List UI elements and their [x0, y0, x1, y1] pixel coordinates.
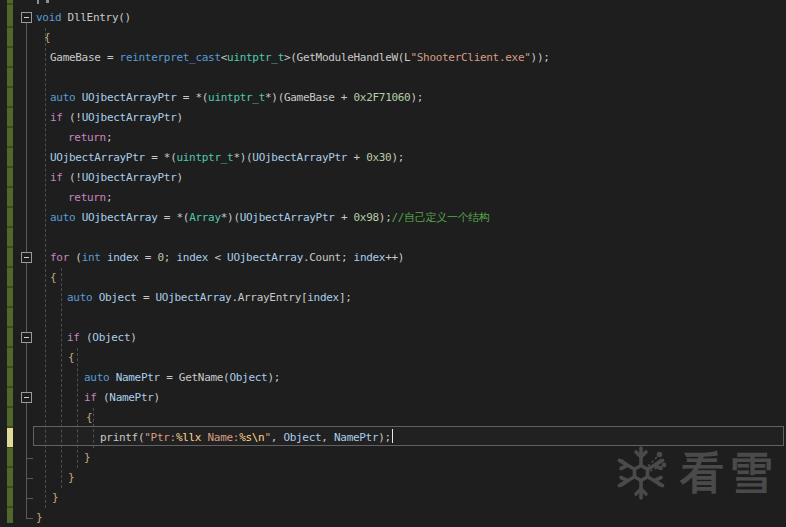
code-token: }	[36, 511, 42, 524]
code-token: void	[36, 11, 61, 24]
code-token: UOjbectArray	[156, 291, 232, 304]
code-token: NamePtr	[334, 431, 378, 444]
code-token: )	[154, 391, 160, 404]
code-token: Array	[189, 211, 221, 224]
code-line[interactable]	[0, 308, 786, 328]
code-line[interactable]: {	[0, 408, 786, 428]
code-line[interactable]: {	[0, 28, 786, 48]
code-line[interactable]: }	[0, 508, 786, 527]
code-token: (!	[63, 171, 82, 184]
code-token: %llx	[176, 431, 201, 444]
code-token: auto	[67, 291, 92, 304]
code-token: reinterpret_cast	[120, 51, 221, 64]
code-token: NamePtr	[116, 371, 160, 384]
code-editor[interactable]: void DllEntry(){GameBase = reinterpret_c…	[0, 0, 786, 527]
code-token: auto	[50, 91, 75, 104]
code-token: if	[84, 391, 97, 404]
code-token: auto	[50, 211, 75, 224]
code-token: UOjbectArrayPtr	[50, 151, 145, 164]
code-token: .Count;	[303, 251, 354, 264]
code-token: if	[67, 331, 80, 344]
code-line[interactable]: UOjbectArrayPtr = *(uintptr_t*)(UOjbectA…	[0, 148, 786, 168]
code-token: (	[80, 331, 93, 344]
code-token: }	[52, 491, 58, 504]
code-area[interactable]: void DllEntry(){GameBase = reinterpret_c…	[0, 8, 786, 527]
code-token: index	[307, 291, 339, 304]
code-token: return	[68, 191, 106, 204]
code-token: );	[379, 211, 392, 224]
code-token: "ShooterClient.exe"	[410, 51, 530, 64]
code-token: Object	[92, 331, 130, 344]
code-line[interactable]: return;	[0, 188, 786, 208]
code-token: for	[50, 251, 69, 264]
code-line[interactable]: auto NamePtr = GetName(Object);	[0, 368, 786, 388]
code-token: UOjbectArrayPtr	[82, 111, 177, 124]
code-line[interactable]: return;	[0, 128, 786, 148]
code-line[interactable]: GameBase = reinterpret_cast<uintptr_t>(G…	[0, 48, 786, 68]
code-token: UOjbectArrayPtr	[252, 151, 347, 164]
code-token: )	[176, 171, 182, 184]
code-token: {	[50, 271, 56, 284]
code-token: return	[68, 131, 106, 144]
code-token: UOjbectArray	[227, 251, 303, 264]
code-token: = *(	[158, 211, 190, 224]
code-token: );	[378, 431, 391, 444]
code-token: Object	[283, 431, 321, 444]
code-token: ];	[339, 291, 352, 304]
code-token: <	[208, 251, 227, 264]
code-token: );	[267, 371, 280, 384]
code-token: Object	[229, 371, 267, 384]
code-line[interactable]: if (NamePtr)	[0, 388, 786, 408]
code-token: }	[68, 471, 74, 484]
code-token: ,	[321, 431, 334, 444]
code-line[interactable]: void DllEntry()	[0, 8, 786, 28]
code-token: *)(GameBase +	[265, 91, 354, 104]
code-token: index	[177, 251, 209, 264]
code-line[interactable]: printf("Ptr:%llx Name:%s\n", Object, Nam…	[0, 428, 786, 448]
code-line[interactable]: auto Object = UOjbectArray.ArrayEntry[in…	[0, 288, 786, 308]
code-line[interactable]	[0, 68, 786, 88]
code-token: printf(	[100, 431, 144, 444]
code-token: uintptr_t	[176, 151, 233, 164]
code-token: Name:	[201, 431, 239, 444]
code-token: auto	[84, 371, 109, 384]
code-token: %s\n	[239, 431, 264, 444]
code-line[interactable]	[0, 228, 786, 248]
code-line[interactable]: if (Object)	[0, 328, 786, 348]
code-line[interactable]: }	[0, 468, 786, 488]
text-caret	[392, 429, 394, 443]
code-line[interactable]: if (!UOjbectArrayPtr)	[0, 108, 786, 128]
code-token: index	[354, 251, 386, 264]
code-token: ));	[531, 51, 550, 64]
code-token: ++)	[385, 251, 404, 264]
code-line[interactable]: }	[0, 448, 786, 468]
code-token: ,	[271, 431, 284, 444]
code-token: +	[335, 211, 354, 224]
code-token: )	[130, 331, 136, 344]
code-line[interactable]: {	[0, 268, 786, 288]
clipped-line-fragment	[46, 0, 49, 3]
code-line[interactable]: auto UOjbectArrayPtr = *(uintptr_t*)(Gam…	[0, 88, 786, 108]
code-token: *)(	[233, 151, 252, 164]
code-token: = *(	[176, 91, 208, 104]
code-token: //自己定义一个结构	[391, 211, 489, 224]
code-token: ;	[106, 191, 112, 204]
code-token: );	[410, 91, 423, 104]
code-token: {	[44, 31, 50, 44]
code-token: UOjbectArray	[82, 211, 158, 224]
code-token: {	[86, 411, 92, 424]
code-token: )	[176, 111, 182, 124]
code-line[interactable]: if (!UOjbectArrayPtr)	[0, 168, 786, 188]
code-token: UOjbectArrayPtr	[82, 91, 177, 104]
code-token: DllEntry()	[61, 11, 131, 24]
code-line[interactable]: {	[0, 348, 786, 368]
code-token: ;	[106, 131, 112, 144]
code-line[interactable]: }	[0, 488, 786, 508]
code-token: = *(	[145, 151, 177, 164]
code-token: Object	[99, 291, 137, 304]
code-token: = GetName(	[160, 371, 230, 384]
clipped-line-fragment	[37, 0, 39, 4]
code-line[interactable]: for (int index = 0; index < UOjbectArray…	[0, 248, 786, 268]
code-line[interactable]: auto UOjbectArray = *(Array*)(UOjbectArr…	[0, 208, 786, 228]
code-token: 0x30	[366, 151, 391, 164]
